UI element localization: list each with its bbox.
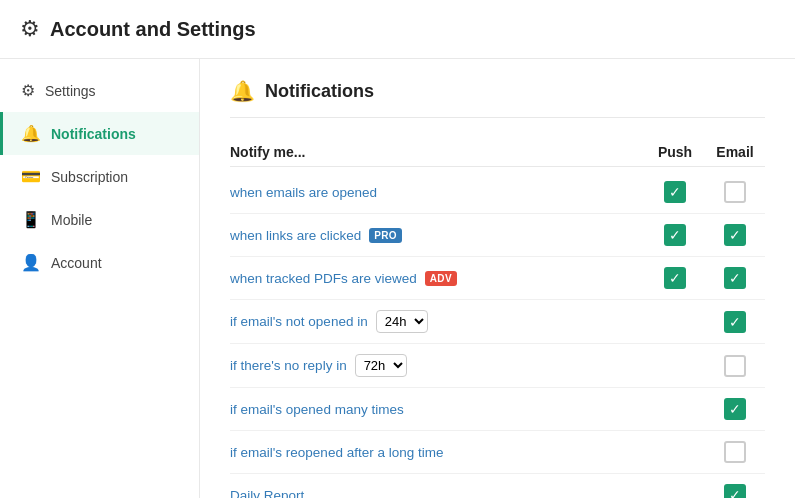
email-checkbox-checked[interactable]: ✓: [724, 267, 746, 289]
table-row: Daily Report ✓: [230, 474, 765, 498]
email-checkbox-unchecked[interactable]: [724, 355, 746, 377]
sidebar-item-account[interactable]: 👤 Account: [0, 241, 199, 284]
no-reply-select[interactable]: 24h 48h 72h: [355, 354, 407, 377]
sidebar-item-subscription[interactable]: 💳 Subscription: [0, 155, 199, 198]
email-reopened: [705, 441, 765, 463]
row-label-reopened: if email's reopened after a long time: [230, 445, 645, 460]
section-header: 🔔 Notifications: [230, 79, 765, 118]
push-no-reply: [645, 355, 705, 377]
push-reopened: [645, 441, 705, 463]
email-checkbox-checked[interactable]: ✓: [724, 224, 746, 246]
notifications-table: Notify me... Push Email when emails are …: [230, 138, 765, 498]
row-label-daily-report: Daily Report: [230, 488, 645, 499]
table-row: when tracked PDFs are viewed ADV ✓ ✓: [230, 257, 765, 300]
email-pdfs-viewed: ✓: [705, 267, 765, 289]
row-label-not-opened: if email's not opened in 24h 48h 72h: [230, 310, 645, 333]
email-not-opened: ✓: [705, 311, 765, 333]
email-opened-many: ✓: [705, 398, 765, 420]
table-row: if email's opened many times ✓: [230, 388, 765, 431]
push-links-clicked: ✓: [645, 224, 705, 246]
push-checkbox-checked[interactable]: ✓: [664, 181, 686, 203]
email-daily-report: ✓: [705, 484, 765, 498]
push-none: [664, 484, 686, 498]
push-pdfs-viewed: ✓: [645, 267, 705, 289]
email-checkbox-checked[interactable]: ✓: [724, 398, 746, 420]
sidebar-label-settings: Settings: [45, 83, 96, 99]
email-checkbox-checked[interactable]: ✓: [724, 311, 746, 333]
settings-icon: ⚙: [21, 81, 35, 100]
email-emails-opened: [705, 181, 765, 203]
col-email-label: Email: [705, 144, 765, 160]
push-none: [664, 398, 686, 420]
push-not-opened: [645, 311, 705, 333]
col-notify-label: Notify me...: [230, 144, 645, 160]
email-checkbox-unchecked[interactable]: [724, 181, 746, 203]
account-icon: 👤: [21, 253, 41, 272]
col-push-label: Push: [645, 144, 705, 160]
sidebar-label-mobile: Mobile: [51, 212, 92, 228]
email-links-clicked: ✓: [705, 224, 765, 246]
settings-icon: ⚙: [20, 16, 40, 42]
not-opened-select[interactable]: 24h 48h 72h: [376, 310, 428, 333]
table-row: when links are clicked PRO ✓ ✓: [230, 214, 765, 257]
table-row: if email's reopened after a long time: [230, 431, 765, 474]
section-title: Notifications: [265, 81, 374, 102]
table-row: if email's not opened in 24h 48h 72h ✓: [230, 300, 765, 344]
push-checkbox-checked[interactable]: ✓: [664, 267, 686, 289]
card-icon: 💳: [21, 167, 41, 186]
push-none: [664, 311, 686, 333]
email-checkbox-unchecked[interactable]: [724, 441, 746, 463]
sidebar: ⚙ Settings 🔔 Notifications 💳 Subscriptio…: [0, 59, 200, 498]
mobile-icon: 📱: [21, 210, 41, 229]
pro-badge: PRO: [369, 228, 402, 243]
row-label-no-reply: if there's no reply in 24h 48h 72h: [230, 354, 645, 377]
push-none: [664, 441, 686, 463]
bell-icon: 🔔: [21, 124, 41, 143]
page-title: Account and Settings: [50, 18, 256, 41]
table-row: when emails are opened ✓: [230, 171, 765, 214]
email-checkbox-checked[interactable]: ✓: [724, 484, 746, 498]
push-opened-many: [645, 398, 705, 420]
row-label-pdfs-viewed: when tracked PDFs are viewed ADV: [230, 271, 645, 286]
section-bell-icon: 🔔: [230, 79, 255, 103]
table-header-row: Notify me... Push Email: [230, 138, 765, 167]
sidebar-label-account: Account: [51, 255, 102, 271]
row-label-emails-opened: when emails are opened: [230, 185, 645, 200]
push-daily-report: [645, 484, 705, 498]
main-layout: ⚙ Settings 🔔 Notifications 💳 Subscriptio…: [0, 59, 795, 498]
sidebar-label-notifications: Notifications: [51, 126, 136, 142]
table-row: if there's no reply in 24h 48h 72h: [230, 344, 765, 388]
sidebar-label-subscription: Subscription: [51, 169, 128, 185]
push-none: [664, 355, 686, 377]
main-content: 🔔 Notifications Notify me... Push Email …: [200, 59, 795, 498]
page-header: ⚙ Account and Settings: [0, 0, 795, 59]
row-label-links-clicked: when links are clicked PRO: [230, 228, 645, 243]
sidebar-item-notifications[interactable]: 🔔 Notifications: [0, 112, 199, 155]
sidebar-item-mobile[interactable]: 📱 Mobile: [0, 198, 199, 241]
email-no-reply: [705, 355, 765, 377]
push-checkbox-checked[interactable]: ✓: [664, 224, 686, 246]
push-emails-opened: ✓: [645, 181, 705, 203]
adv-badge: ADV: [425, 271, 457, 286]
sidebar-item-settings[interactable]: ⚙ Settings: [0, 69, 199, 112]
row-label-opened-many: if email's opened many times: [230, 402, 645, 417]
